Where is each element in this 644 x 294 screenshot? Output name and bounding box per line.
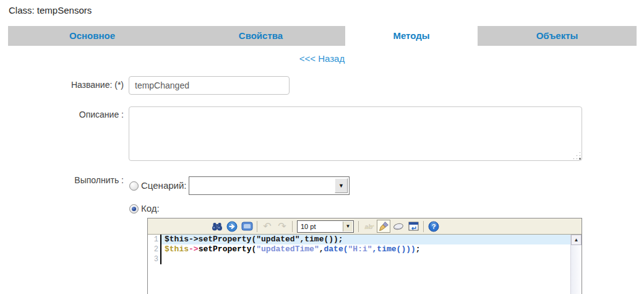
back-link[interactable]: <<< Назад <box>0 53 644 64</box>
smooth-selection-icon[interactable]: ab <box>362 220 376 233</box>
code-label: Код: <box>141 203 160 214</box>
description-textarea-wrap <box>129 106 582 161</box>
scroll-up-icon[interactable]: ▲ <box>571 235 582 245</box>
class-editor-page: Class: tempSensors Основное Свойства Мет… <box>0 0 644 294</box>
toolbar-separator <box>257 221 257 232</box>
scenario-label: Сценарий: <box>141 180 187 191</box>
search-icon[interactable] <box>210 220 224 233</box>
page-title: Class: tempSensors <box>9 5 92 15</box>
tab-svoystva[interactable]: Свойства <box>176 26 345 46</box>
reset-highlight-eraser-icon[interactable] <box>392 220 405 233</box>
editor-toolbar: ↶ ↷ 10 pt ▼ ab <box>148 218 582 235</box>
undo-icon[interactable]: ↶ <box>260 220 274 233</box>
name-input[interactable] <box>129 76 290 95</box>
vertical-scrollbar[interactable]: ▲ <box>570 235 582 294</box>
description-textarea[interactable] <box>129 106 582 161</box>
code-lines: 1$this->setProperty("updated",time());2$… <box>148 235 571 264</box>
code-line: 3 <box>148 254 571 264</box>
scrollbar-track[interactable] <box>571 245 582 294</box>
svg-text:?: ? <box>432 223 436 230</box>
fullscreen-icon[interactable] <box>240 220 254 233</box>
line-number: 3 <box>148 254 161 264</box>
scenario-select[interactable]: ▼ <box>189 176 350 195</box>
tab-obekty[interactable]: Объекты <box>478 26 637 46</box>
code-line-text: $this->setProperty("updatedTime",date("H… <box>161 244 571 254</box>
resize-grip-icon[interactable] <box>580 158 580 159</box>
redo-icon[interactable]: ↷ <box>275 220 289 233</box>
word-wrap-icon[interactable] <box>406 220 420 233</box>
code-line-text: $this->setProperty("updated",time()); <box>161 235 571 244</box>
help-icon[interactable]: ? <box>427 220 440 233</box>
toolbar-separator <box>292 221 293 232</box>
font-size-value: 10 pt <box>301 223 316 230</box>
chevron-down-icon[interactable]: ▼ <box>343 222 353 231</box>
code-line: 2$this->setProperty("updatedTime",date("… <box>148 244 571 254</box>
code-line: 1$this->setProperty("updated",time()); <box>148 235 571 244</box>
highlight-brush-icon[interactable] <box>377 220 390 233</box>
code-radio[interactable] <box>129 204 139 214</box>
code-text-area[interactable]: 1$this->setProperty("updated",time());2$… <box>148 235 582 294</box>
scenario-radio[interactable] <box>129 181 139 191</box>
toolbar-separator <box>358 221 359 232</box>
font-size-select[interactable]: 10 pt ▼ <box>297 220 354 233</box>
go-to-line-icon[interactable] <box>225 220 239 233</box>
tab-metody[interactable]: Методы <box>345 26 478 46</box>
toolbar-separator <box>423 221 424 232</box>
code-line-text <box>161 254 571 264</box>
tab-bar: Основное Свойства Методы Объекты <box>8 26 637 46</box>
chevron-down-icon[interactable]: ▼ <box>335 178 348 193</box>
line-number: 1 <box>148 235 161 244</box>
execute-label: Выполнить : <box>8 175 124 185</box>
description-label: Описание : <box>8 110 124 119</box>
code-editor: ↶ ↷ 10 pt ▼ ab <box>147 218 582 294</box>
tab-osnovnoe[interactable]: Основное <box>8 26 176 46</box>
name-label: Название: (*) <box>8 80 124 90</box>
line-number: 2 <box>148 244 161 254</box>
